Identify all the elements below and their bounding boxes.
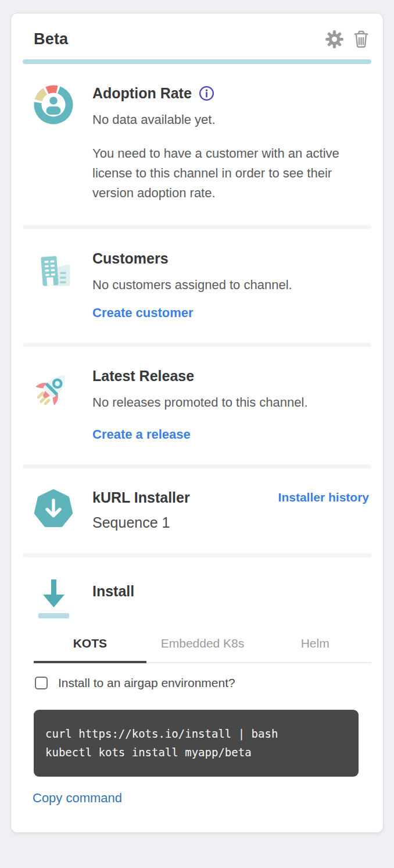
release-empty-message: No releases promoted to this channel. [92, 393, 370, 412]
tab-helm[interactable]: Helm [259, 631, 371, 663]
kurl-content: kURL Installer Installer history Sequenc… [92, 489, 370, 531]
installer-history-link[interactable]: Installer history [278, 490, 369, 504]
adoption-title: Adoption Rate [92, 85, 192, 102]
command-line: curl https://kots.io/install | bash [45, 727, 278, 740]
info-icon[interactable] [199, 86, 214, 101]
trash-icon[interactable] [352, 30, 370, 49]
create-customer-link[interactable]: Create customer [92, 305, 194, 321]
install-title: Install [92, 583, 370, 600]
release-content: Latest Release No releases promoted to t… [92, 368, 370, 442]
release-title: Latest Release [92, 368, 370, 385]
download-arrow-icon [34, 578, 73, 618]
gear-icon[interactable] [325, 30, 344, 49]
adoption-empty-message: No data available yet. [92, 110, 370, 130]
customers-empty-message: No customers assigned to channel. [92, 275, 370, 295]
channel-card: Beta [10, 13, 384, 833]
airgap-label[interactable]: Install to an airgap environment? [58, 676, 235, 690]
section-divider [23, 225, 371, 229]
tab-embedded-k8s[interactable]: Embedded K8s [146, 631, 259, 663]
section-divider [23, 343, 371, 347]
buildings-icon [34, 250, 73, 290]
channel-actions [325, 30, 370, 49]
section-kurl-installer: kURL Installer Installer history Sequenc… [23, 468, 371, 553]
command-line: kubectl kots install myapp/beta [45, 746, 252, 759]
channel-title: Beta [34, 30, 68, 48]
kurl-heptagon-download-icon [34, 489, 73, 529]
adoption-donut-user-icon [34, 85, 73, 124]
kurl-title: kURL Installer [92, 489, 190, 506]
customers-title: Customers [92, 250, 370, 267]
kurl-sequence: Sequence 1 [92, 514, 370, 531]
rocket-icon [34, 368, 73, 407]
airgap-row: Install to an airgap environment? [35, 676, 371, 690]
adoption-description: You need to have a customer with an acti… [92, 144, 366, 203]
channel-accent-bar [23, 59, 371, 64]
channel-card-header: Beta [23, 13, 371, 59]
install-command-block: curl https://kots.io/install | bash kube… [34, 710, 359, 777]
copy-command-link[interactable]: Copy command [33, 791, 122, 806]
section-adoption-rate: Adoption Rate No data available yet. You… [23, 64, 371, 225]
tab-kots[interactable]: KOTS [34, 631, 146, 663]
adoption-content: Adoption Rate No data available yet. You… [92, 85, 370, 203]
section-latest-release: Latest Release No releases promoted to t… [23, 347, 371, 464]
install-tabs: KOTS Embedded K8s Helm [34, 631, 371, 663]
section-divider [23, 464, 371, 468]
install-content: Install [92, 578, 370, 600]
create-release-link[interactable]: Create a release [92, 427, 191, 442]
section-divider [23, 553, 371, 557]
section-install: Install [23, 557, 371, 631]
section-customers: Customers No customers assigned to chann… [23, 229, 371, 343]
customers-content: Customers No customers assigned to chann… [92, 250, 370, 321]
airgap-checkbox[interactable] [35, 677, 48, 689]
